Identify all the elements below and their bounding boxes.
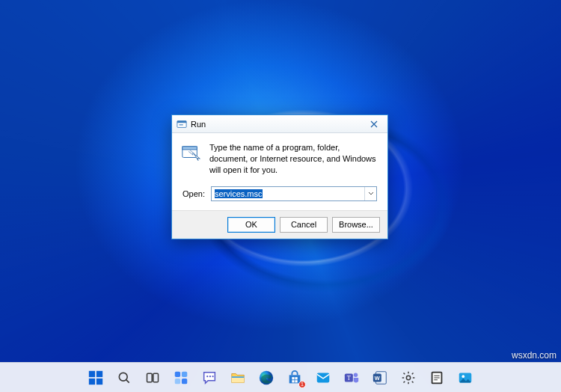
- svg-point-15: [206, 376, 208, 377]
- browse-button[interactable]: Browse...: [332, 217, 380, 233]
- task-view-icon[interactable]: [140, 365, 165, 391]
- open-input[interactable]: [212, 187, 364, 200]
- word-icon[interactable]: W: [367, 365, 393, 391]
- desktop: Run Type the name of a program, folder, …: [0, 0, 561, 392]
- svg-text:T: T: [347, 374, 351, 381]
- svg-rect-14: [182, 378, 187, 383]
- svg-rect-24: [295, 380, 297, 382]
- run-open-row: Open:: [172, 183, 387, 210]
- svg-point-16: [209, 376, 211, 377]
- svg-rect-10: [153, 373, 159, 382]
- widgets-icon[interactable]: [168, 365, 194, 391]
- run-titlebar[interactable]: Run: [172, 115, 387, 133]
- chat-icon[interactable]: [197, 365, 222, 391]
- svg-text:W: W: [375, 374, 380, 381]
- svg-rect-9: [147, 373, 153, 382]
- svg-rect-1: [177, 120, 186, 123]
- mail-icon[interactable]: [310, 365, 336, 391]
- svg-rect-6: [89, 378, 95, 384]
- svg-point-17: [212, 376, 213, 377]
- svg-point-8: [119, 373, 127, 381]
- run-title: Run: [191, 120, 206, 129]
- svg-rect-11: [175, 371, 180, 376]
- search-icon[interactable]: [111, 365, 137, 391]
- run-titlebar-left: Run: [177, 119, 206, 129]
- svg-rect-5: [96, 370, 102, 376]
- svg-point-28: [354, 373, 358, 377]
- run-button-row: OK Cancel Browse...: [172, 210, 387, 239]
- run-app-icon: [181, 142, 202, 176]
- watermark: wsxdn.com: [512, 350, 557, 361]
- svg-rect-12: [182, 371, 187, 376]
- svg-rect-7: [96, 378, 102, 384]
- store-icon[interactable]: 1: [282, 365, 307, 391]
- photos-icon[interactable]: [453, 365, 478, 391]
- open-label: Open:: [183, 189, 205, 198]
- cancel-button[interactable]: Cancel: [280, 217, 328, 233]
- run-window-icon: [177, 119, 187, 129]
- settings-icon[interactable]: [396, 365, 421, 391]
- svg-rect-25: [317, 373, 330, 382]
- svg-rect-4: [89, 370, 95, 376]
- taskbar: 1 T W: [0, 362, 561, 392]
- svg-point-36: [462, 375, 465, 378]
- run-description: Type the name of a program, folder, docu…: [209, 142, 377, 176]
- ok-button[interactable]: OK: [227, 217, 275, 233]
- notes-icon[interactable]: [424, 365, 450, 391]
- svg-rect-23: [292, 380, 294, 382]
- store-badge: 1: [298, 381, 306, 388]
- svg-point-32: [406, 376, 410, 379]
- file-explorer-icon[interactable]: [225, 365, 251, 391]
- svg-rect-13: [175, 378, 180, 383]
- run-dialog: Run Type the name of a program, folder, …: [171, 114, 388, 239]
- svg-rect-21: [292, 377, 294, 379]
- open-combobox[interactable]: [211, 186, 377, 201]
- svg-rect-19: [232, 376, 245, 378]
- chevron-down-icon[interactable]: [364, 187, 376, 200]
- run-body: Type the name of a program, folder, docu…: [172, 133, 387, 183]
- start-icon[interactable]: [83, 365, 108, 391]
- teams-icon[interactable]: T: [339, 365, 364, 391]
- svg-rect-22: [295, 377, 297, 379]
- edge-icon[interactable]: [254, 365, 279, 391]
- svg-rect-3: [183, 147, 197, 150]
- close-button[interactable]: [361, 115, 387, 133]
